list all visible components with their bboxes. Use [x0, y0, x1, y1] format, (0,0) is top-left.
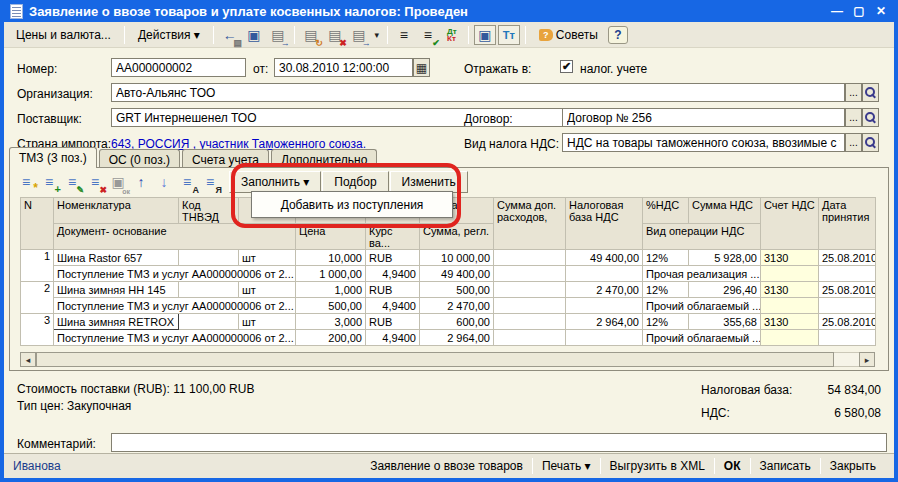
print-button[interactable]: Печать ▾: [533, 456, 600, 476]
change-button[interactable]: Изменить: [390, 171, 468, 193]
cell-currency[interactable]: RUB: [366, 250, 420, 266]
sort-desc-icon[interactable]: ≡Я: [199, 172, 221, 192]
close-button[interactable]: ✕: [874, 4, 888, 18]
cell-num[interactable]: 3: [21, 314, 54, 346]
menu-item-add-from-receipt[interactable]: Добавить из поступления: [281, 198, 424, 212]
cell-num[interactable]: 2: [21, 282, 54, 314]
text-format-icon[interactable]: Тт: [498, 25, 520, 45]
cell-vat-account2[interactable]: [761, 330, 819, 346]
contract-ellipsis-button[interactable]: ...: [845, 108, 862, 127]
save-button[interactable]: Записать: [751, 456, 820, 476]
minimize-button[interactable]: —: [830, 4, 844, 18]
cell-tnved[interactable]: [179, 250, 239, 266]
actions-button[interactable]: Действия ▾: [130, 25, 208, 45]
organization-input[interactable]: [111, 83, 845, 102]
cell-vat-op[interactable]: Прочая реализация ...: [643, 266, 761, 282]
horizontal-scrollbar[interactable]: ◂ ▸: [20, 352, 875, 367]
cell-extra[interactable]: [494, 314, 566, 330]
copy-row-icon[interactable]: ≡+: [38, 172, 60, 192]
cell-unit[interactable]: шт: [239, 314, 296, 330]
contract-input[interactable]: [562, 108, 845, 127]
cell-unit[interactable]: шт: [239, 250, 296, 266]
checkbox-list-icon[interactable]: ≡✔: [417, 25, 439, 45]
document-journal-icon[interactable]: ▣: [243, 25, 265, 45]
cell-date2[interactable]: [819, 266, 876, 282]
cell-vat-account[interactable]: 3130: [761, 250, 819, 266]
tab-additional[interactable]: Дополнительно: [271, 149, 377, 168]
cell-doc[interactable]: Поступление ТМЗ и услуг АА000000006 от 2…: [54, 266, 296, 282]
comment-input[interactable]: [111, 433, 887, 452]
cell-vat-pct[interactable]: 12%: [643, 282, 689, 298]
cell-doc[interactable]: Поступление ТМЗ и услуг АА000000006 от 2…: [54, 330, 296, 346]
pick-button[interactable]: Подбор: [322, 171, 388, 193]
tips-button[interactable]: ? Советы: [531, 25, 606, 45]
cell-extra[interactable]: [494, 282, 566, 298]
cell-date2[interactable]: [819, 330, 876, 346]
cell-date2[interactable]: [819, 298, 876, 314]
cell-currency[interactable]: RUB: [366, 282, 420, 298]
cell-vat-pct[interactable]: 12%: [643, 250, 689, 266]
cell-rate[interactable]: 4,9400: [366, 266, 420, 282]
cell-extra[interactable]: [494, 250, 566, 266]
vat-kind-ellipsis-button[interactable]: ...: [845, 133, 862, 152]
organization-ellipsis-button[interactable]: ...: [845, 83, 862, 102]
tax-accounting-checkbox[interactable]: ✔: [560, 60, 573, 73]
cell-price[interactable]: 500,00: [296, 298, 366, 314]
cell-name[interactable]: Шина зимняя НН 145: [54, 282, 179, 298]
cell-base2[interactable]: [566, 298, 643, 314]
cell-doc[interactable]: Поступление ТМЗ и услуг АА000000006 от 2…: [54, 298, 296, 314]
cell-amount-regl[interactable]: 49 400,00: [420, 266, 494, 282]
vat-kind-lookup-button[interactable]: [862, 133, 879, 152]
cell-date[interactable]: 25.08.2010: [819, 250, 876, 266]
move-up-icon[interactable]: ↑: [130, 172, 152, 192]
cell-base2[interactable]: [566, 266, 643, 282]
cell-unit[interactable]: шт: [239, 282, 296, 298]
cell-extra2[interactable]: [494, 266, 566, 282]
cell-amount[interactable]: 500,00: [420, 282, 494, 298]
cell-name[interactable]: Шина Rastor 657: [54, 250, 179, 266]
back-to-document-icon[interactable]: ←▤: [219, 25, 241, 45]
cancel-posting-icon[interactable]: ▤✖: [324, 25, 346, 45]
cell-vat-amount[interactable]: 5 928,00: [689, 250, 761, 266]
prices-currency-button[interactable]: Цены и валюта...: [8, 25, 119, 45]
scroll-right-icon[interactable]: ▸: [859, 352, 875, 367]
calendar-button[interactable]: ▦: [413, 58, 430, 77]
organization-lookup-button[interactable]: [862, 83, 879, 102]
number-input[interactable]: [111, 58, 246, 77]
scrollbar-thumb[interactable]: [36, 352, 834, 367]
cell-vat-op[interactable]: Прочий облагаемый ...: [643, 330, 761, 346]
vat-kind-input[interactable]: [562, 133, 845, 152]
help-button[interactable]: ?: [608, 26, 628, 44]
output-document-icon[interactable]: ▤→: [348, 25, 370, 45]
cell-qty[interactable]: 10,000: [296, 250, 366, 266]
cell-vat-account2[interactable]: [761, 298, 819, 314]
fill-button[interactable]: Заполнить ▾: [229, 171, 321, 193]
document-name-button[interactable]: Заявление о ввозе товаров: [361, 456, 532, 476]
cell-tax-base[interactable]: 2 470,00: [566, 282, 643, 298]
add-row-icon[interactable]: ≡*: [15, 172, 37, 192]
move-down-icon[interactable]: ↓: [153, 172, 175, 192]
cell-rate[interactable]: 4,9400: [366, 298, 420, 314]
output-dropdown-icon[interactable]: ▾: [372, 25, 382, 45]
cell-base2[interactable]: [566, 330, 643, 346]
cell-extra2[interactable]: [494, 298, 566, 314]
cell-price[interactable]: 200,00: [296, 330, 366, 346]
cell-date[interactable]: 25.08.2010: [819, 282, 876, 298]
end-edit-icon[interactable]: ▣ок: [107, 172, 129, 192]
dt-kt-posting-icon[interactable]: ДтКт: [441, 25, 463, 45]
export-xml-button[interactable]: Выгрузить в XML: [601, 456, 714, 476]
contract-lookup-button[interactable]: [862, 108, 879, 127]
post-document-icon[interactable]: ▤↻: [300, 25, 322, 45]
ok-button[interactable]: ОК: [715, 456, 750, 476]
cell-date[interactable]: 25.08.2010: [819, 314, 876, 330]
cell-price[interactable]: 1 000,00: [296, 266, 366, 282]
cell-tax-base[interactable]: 49 400,00: [566, 250, 643, 266]
cell-rate[interactable]: 4,9400: [366, 330, 420, 346]
cell-vat-amount[interactable]: 296,40: [689, 282, 761, 298]
cell-vat-op[interactable]: Прочий облагаемый ...: [643, 298, 761, 314]
edit-row-icon[interactable]: ≡✎: [61, 172, 83, 192]
cell-vat-pct[interactable]: 12%: [643, 314, 689, 330]
cell-vat-account[interactable]: 3130: [761, 282, 819, 298]
sort-asc-icon[interactable]: ≡А: [176, 172, 198, 192]
goto-related-icon[interactable]: ▤→: [267, 25, 289, 45]
